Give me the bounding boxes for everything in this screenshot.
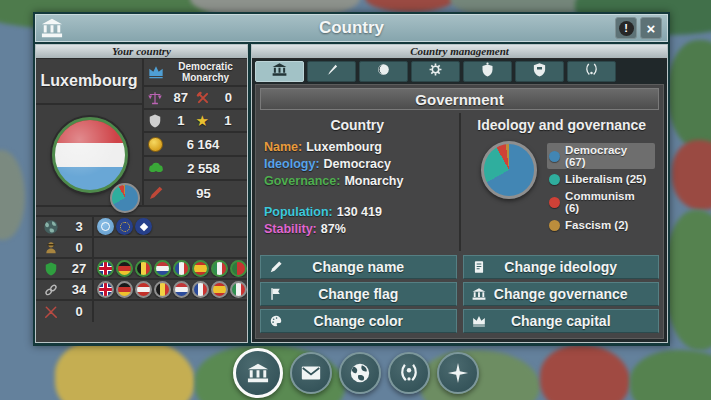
change-capital-button[interactable]: Change capital: [463, 309, 660, 333]
manpower-food-icon: [148, 160, 164, 176]
guarantee-flag[interactable]: [211, 260, 228, 277]
pacts-row: 34: [36, 280, 247, 301]
gear-icon: [428, 62, 443, 81]
flag-icon: [269, 287, 283, 301]
ideology-pie-chart: [481, 141, 538, 199]
scroll-icon: [472, 260, 486, 274]
defense-value: 1: [166, 113, 196, 128]
legend-item-communism[interactable]: Communism (6): [547, 189, 655, 215]
governance-field: Governance:Monarchy: [264, 173, 451, 190]
guarantee-flag[interactable]: [154, 260, 171, 277]
close-button[interactable]: ×: [640, 17, 662, 39]
country-management-panel: Country management: [251, 44, 668, 343]
bottom-toolbar: [233, 348, 479, 398]
tab-defense[interactable]: [463, 61, 512, 82]
organizations-count: 3: [66, 217, 94, 236]
pact-flag[interactable]: [211, 281, 228, 298]
pencil-icon: [269, 260, 283, 274]
wreath-icon: [398, 362, 420, 384]
org-badge[interactable]: [135, 218, 152, 235]
tab-military[interactable]: [515, 61, 564, 82]
wreath-icon: [584, 62, 599, 81]
guarantee-flag[interactable]: [173, 260, 190, 277]
org-badge[interactable]: [97, 218, 114, 235]
pact-flag[interactable]: [230, 281, 247, 298]
legend-item-fascism[interactable]: Fascism (2): [547, 218, 655, 232]
chain-link-icon: [36, 283, 66, 297]
globe-icon: [349, 362, 371, 384]
bank-icon: [472, 287, 486, 301]
tab-culture[interactable]: [307, 61, 356, 82]
pact-flag[interactable]: [173, 281, 190, 298]
toolbar-world-button[interactable]: [339, 352, 381, 394]
guarantee-flag[interactable]: [97, 260, 114, 277]
org-badge[interactable]: [116, 218, 133, 235]
palette-icon: [269, 314, 283, 328]
tab-production[interactable]: [411, 61, 460, 82]
shield-icon: [480, 62, 495, 81]
communism-swatch: [549, 197, 560, 208]
rank-star-icon: ★: [196, 114, 209, 128]
wars-count: 0: [66, 301, 94, 322]
tab-economy[interactable]: [359, 61, 408, 82]
ideology-field: Ideology:Democracy: [264, 156, 451, 173]
ideology-heading: Ideology and governance: [469, 117, 656, 133]
pact-flag[interactable]: [135, 281, 152, 298]
fascism-swatch: [549, 220, 560, 231]
toolbar-messages-button[interactable]: [290, 352, 332, 394]
change-ideology-button[interactable]: Change ideology: [463, 255, 660, 279]
guarantee-flag[interactable]: [192, 260, 209, 277]
pact-flag[interactable]: [154, 281, 171, 298]
money-value: 6 164: [163, 137, 243, 152]
ideology-mini-pie-chart: [110, 183, 140, 213]
pact-flag[interactable]: [97, 281, 114, 298]
money-coin-icon: [148, 137, 163, 152]
pact-flag[interactable]: [116, 281, 133, 298]
defense-shield-icon: [148, 114, 162, 128]
guarantees-row: 27: [36, 259, 247, 280]
country-name: Luxembourg: [36, 59, 142, 105]
manpower-value: 2 558: [164, 161, 243, 176]
legend-item-liberalism[interactable]: Liberalism (25): [547, 172, 655, 186]
change-flag-button[interactable]: Change flag: [260, 282, 457, 306]
toolbar-organizations-button[interactable]: [388, 352, 430, 394]
spies-count: 0: [66, 238, 94, 257]
tab-diplomacy[interactable]: [567, 61, 616, 82]
paintbrush-icon: [324, 62, 339, 81]
country-window: Country ! × Your country Luxembourg: [33, 12, 670, 346]
pact-flag[interactable]: [192, 281, 209, 298]
country-management-header: Country management: [252, 45, 667, 59]
toolbar-government-button[interactable]: [233, 348, 283, 398]
change-name-button[interactable]: Change name: [260, 255, 457, 279]
democracy-swatch: [549, 151, 560, 162]
movement-pencil-icon: [148, 185, 164, 201]
bank-icon: [247, 362, 269, 384]
compass-icon: [447, 362, 469, 384]
crown-icon: [472, 314, 486, 328]
legend-item-democracy[interactable]: Democracy (67): [547, 143, 655, 169]
title-bar: Country ! ×: [35, 14, 668, 42]
guarantee-flag[interactable]: [116, 260, 133, 277]
name-field: Name:Luxembourg: [264, 139, 451, 156]
liberalism-swatch: [549, 174, 560, 185]
tab-government[interactable]: [255, 61, 304, 82]
guarantee-flag[interactable]: [135, 260, 152, 277]
country-flag[interactable]: [52, 117, 128, 193]
population-field: Population:130 419: [264, 204, 451, 221]
management-tabbar: [252, 59, 667, 84]
management-buttons: Change name Change ideology Change flag: [256, 251, 663, 338]
info-icon: !: [619, 21, 634, 36]
country-heading: Country: [264, 117, 451, 133]
toolbar-navigate-button[interactable]: [437, 352, 479, 394]
change-governance-button[interactable]: Change governance: [463, 282, 660, 306]
crossed-swords-icon: [36, 305, 66, 319]
change-color-button[interactable]: Change color: [260, 309, 457, 333]
spy-icon: [36, 241, 66, 255]
crown-icon: [148, 64, 164, 80]
rank-value: 1: [213, 113, 243, 128]
guarantee-flag[interactable]: [230, 260, 247, 277]
info-button[interactable]: !: [615, 17, 637, 39]
justice-value: 87: [166, 90, 196, 105]
ideology-legend: Democracy (67) Liberalism (25) Communism…: [547, 143, 655, 232]
pacts-count: 34: [66, 280, 94, 299]
